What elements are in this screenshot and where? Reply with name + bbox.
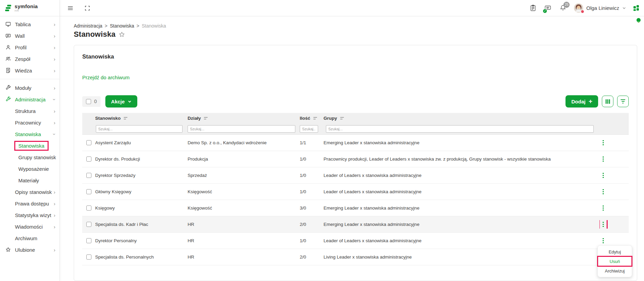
row-actions-kebab-icon[interactable] (600, 171, 606, 180)
sidebar-subitem-label: Pracownicy (15, 120, 54, 126)
sidebar-subitem[interactable]: Struktura › (0, 105, 59, 117)
sidebar-subitem[interactable]: Pracownicy › (0, 117, 59, 128)
wrench-icon (5, 85, 11, 91)
sidebar-subitem[interactable]: Prawa dostępu › (0, 198, 59, 209)
cell-grupy: Emerging Leader x stanowiska administrac… (324, 222, 599, 227)
sidebar-subitem[interactable]: Statystyka wizyt › (0, 209, 59, 221)
row-checkbox[interactable] (86, 238, 91, 243)
monitor-icon (5, 21, 11, 28)
table-row[interactable]: Specjalista ds. Kadr i Płac HR 2/0 Emerg… (82, 216, 629, 233)
sidebar-item-zespol[interactable]: Zespół › (0, 53, 59, 65)
sidebar-subitem[interactable]: Stanowiska › (0, 140, 59, 151)
column-header-dzialy[interactable]: Działy (188, 116, 300, 121)
user-menu[interactable]: Olga Liniewicz (574, 3, 626, 13)
sidebar-item-wiedza[interactable]: Wiedza › (0, 65, 59, 76)
sort-icon[interactable] (340, 117, 344, 119)
brand-logo[interactable]: symfonia HR (0, 0, 59, 16)
row-checkbox[interactable] (86, 222, 91, 227)
plus-icon: + (589, 98, 592, 104)
chat-icon[interactable]: ✓ (544, 4, 552, 12)
column-header-stanowisko[interactable]: Stanowisko (95, 116, 188, 121)
row-actions-kebab-icon[interactable] (600, 204, 606, 213)
row-actions-kebab-icon[interactable] (600, 220, 606, 229)
row-checkbox[interactable] (86, 156, 91, 162)
context-menu-item[interactable]: Edytuj (598, 247, 632, 257)
cell-grupy: Pracownicy produkcji, Leader of Leaders … (324, 156, 599, 162)
lightbulb-icon[interactable] (636, 18, 641, 24)
status-dot (581, 10, 584, 13)
sidebar-subitem[interactable]: Archiwum › (0, 232, 59, 244)
breadcrumb-item[interactable]: Stanowiska (110, 23, 134, 29)
sort-icon[interactable] (124, 117, 127, 119)
add-button[interactable]: Dodaj + (565, 95, 598, 108)
chevron-right-icon: › (54, 247, 55, 252)
clipboard-icon[interactable] (529, 4, 537, 12)
actions-button[interactable]: Akcje (105, 95, 137, 108)
table-row[interactable]: Główny Księgowy Księgowość 1/0 Leader of… (82, 184, 629, 200)
context-menu-item[interactable]: Archiwizuj (598, 266, 632, 276)
breadcrumb-separator: > (137, 23, 139, 29)
table-row[interactable]: Dyrektor ds. Produkcji Produkcja 1/0 Pra… (82, 151, 629, 167)
select-all-checkbox[interactable] (86, 99, 91, 104)
brand-sub: HR (15, 10, 38, 12)
sidebar-subitem-label: Prawa dostępu (15, 201, 54, 206)
table-row[interactable]: Specjalista ds. Personalnych HR 2/0 Livi… (82, 249, 629, 265)
row-actions-kebab-icon[interactable] (600, 187, 606, 196)
column-header-ilosc[interactable]: Ilość (300, 116, 324, 121)
go-to-archive-link[interactable]: Przejdź do archiwum (82, 75, 129, 80)
header-right: ✓ 25 Olga Liniewicz (529, 3, 639, 13)
row-checkbox[interactable] (86, 254, 91, 260)
breadcrumb-item-current: Stanowiska (142, 23, 166, 29)
row-checkbox[interactable] (86, 140, 91, 145)
positions-table: Stanowisko Działy Ilość Grupy (82, 113, 629, 272)
sidebar-subitem[interactable]: Grupy stanowisk › (0, 151, 59, 163)
fullscreen-icon[interactable] (84, 4, 91, 12)
sidebar-item-moduly[interactable]: Moduły › (0, 82, 59, 94)
sidebar-subitem[interactable]: Wyposażenie › (0, 163, 59, 175)
search-input-stanowisko[interactable] (96, 125, 182, 133)
sidebar-item-tablica[interactable]: Tablica › (0, 18, 59, 30)
sidebar-item-administracja[interactable]: Administracja › (0, 94, 59, 105)
apps-grid-icon[interactable] (633, 5, 639, 11)
search-input-ilosc[interactable] (300, 125, 318, 133)
search-input-grupy[interactable] (326, 125, 594, 133)
row-actions-kebab-icon[interactable] (600, 236, 606, 245)
cell-dzialy: Księgowość (188, 189, 300, 194)
table-row[interactable]: Asystent Zarządu Demo Sp. z o.o., Kandyd… (82, 135, 629, 151)
cell-grupy: Emerging Leader x stanowiska administrac… (324, 205, 599, 211)
sort-icon[interactable] (204, 117, 208, 119)
sidebar-nav: Tablica › Wall › Profil › Zespół › (0, 16, 59, 281)
columns-settings-button[interactable] (602, 96, 613, 107)
cell-grupy: Living Leader x stanowiska administracyj… (324, 254, 599, 260)
sidebar-subitem[interactable]: Opisy stanowisk › (0, 186, 59, 198)
row-checkbox[interactable] (86, 189, 91, 194)
document-icon (5, 67, 11, 74)
row-checkbox[interactable] (86, 205, 91, 211)
notifications-count-badge: 25 (563, 2, 570, 8)
sort-icon[interactable] (313, 117, 317, 119)
favorite-star-icon[interactable] (119, 31, 125, 38)
sidebar-subitem[interactable]: Stanowiska › (0, 128, 59, 140)
sidebar-subitem[interactable]: Wiadomości › (0, 221, 59, 232)
hamburger-menu-icon[interactable] (67, 4, 74, 12)
sidebar-item-profil[interactable]: Profil › (0, 42, 59, 53)
cell-stanowisko: Specjalista ds. Kadr i Płac (95, 222, 188, 227)
sidebar-item-ulubione[interactable]: Ulubione › (0, 244, 59, 255)
bell-icon[interactable]: 25 (559, 4, 567, 12)
brand-text: symfonia HR (15, 4, 38, 12)
row-checkbox[interactable] (86, 173, 91, 178)
table-row[interactable]: Dyrektor Personalny HR 1/0 Leader of Lea… (82, 233, 629, 249)
sidebar-item-wall[interactable]: Wall › (0, 30, 59, 42)
table-row[interactable]: Dyrektor Sprzedaży Sprzedaż 1/0 Leader o… (82, 167, 629, 184)
breadcrumb-item[interactable]: Administracja (74, 23, 102, 29)
cell-grupy: Emerging Leader x stanowiska administrac… (324, 140, 599, 145)
filter-button[interactable] (617, 96, 629, 107)
table-row[interactable]: Księgowy Księgowość 3/0 Emerging Leader … (82, 200, 629, 216)
row-actions-kebab-icon[interactable] (600, 138, 606, 147)
row-actions-kebab-icon[interactable] (600, 155, 606, 164)
context-menu-item[interactable]: Usuń (598, 257, 632, 266)
column-header-grupy[interactable]: Grupy (324, 116, 599, 121)
search-input-dzialy[interactable] (188, 125, 295, 133)
sidebar-subitem-label: Stanowiska (15, 142, 48, 150)
sidebar-subitem[interactable]: Materiały › (0, 175, 59, 186)
